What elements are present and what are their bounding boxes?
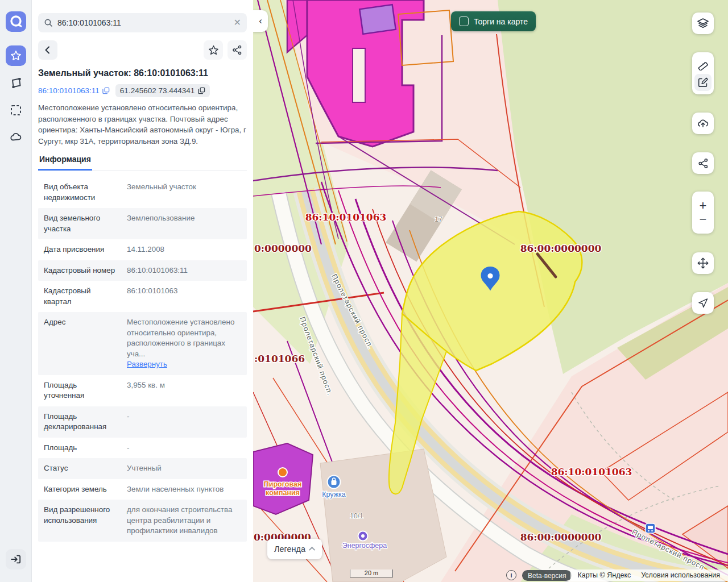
map-canvas[interactable]: 86:10:0101063 0:0000000 86:00:0000000 :0… xyxy=(253,0,728,582)
poi-kruzhka-label: Кружка xyxy=(322,490,346,498)
scale-bar: 20 m xyxy=(350,569,393,577)
ruler-icon xyxy=(697,58,709,70)
cadastral-label-zone-left: 0:0000000 xyxy=(254,243,312,254)
layers-button[interactable] xyxy=(692,13,714,34)
row-label: Вид разрешенного использования xyxy=(44,505,119,537)
table-row: Площадь уточненная 3,955 кв. м xyxy=(38,375,247,406)
info-button[interactable]: i xyxy=(506,570,516,580)
nspd-logo-icon xyxy=(6,12,26,31)
row-value: 3,955 кв. м xyxy=(127,380,241,401)
logout-button[interactable] xyxy=(6,549,26,569)
row-value-text: Местоположение установлено относительно … xyxy=(127,318,234,358)
cadastral-label-zone-bottom: 86:00:0000000 xyxy=(520,531,602,543)
cadastral-number-link[interactable]: 86:10:0101063:11 xyxy=(38,86,110,95)
share-button[interactable] xyxy=(228,40,247,60)
clear-search-icon[interactable]: ✕ xyxy=(234,18,241,27)
row-value: - xyxy=(127,411,241,433)
favorite-button[interactable] xyxy=(204,40,223,60)
row-value: Землепользование xyxy=(127,213,241,234)
share-icon xyxy=(231,44,243,56)
table-row: Адрес Местоположение установлено относит… xyxy=(38,312,247,375)
row-label: Статус xyxy=(44,463,119,474)
table-row: Вид разрешенного использования для оконч… xyxy=(38,500,247,542)
select-area-icon xyxy=(9,103,23,117)
cadastral-number-text: 86:10:0101063:11 xyxy=(38,86,100,95)
icon-rail xyxy=(0,0,32,582)
row-label: Площадь уточненная xyxy=(44,380,119,401)
edit-icon xyxy=(697,76,709,89)
beta-badge: Beta-версия xyxy=(522,570,572,581)
trades-checkbox[interactable] xyxy=(459,16,469,26)
ruler-button[interactable] xyxy=(694,56,712,73)
cadastral-label-zone-right: 86:00:0000000 xyxy=(520,243,602,254)
tab-bar: Информация xyxy=(38,154,247,171)
sidebar-item-polygon-tool[interactable] xyxy=(6,73,26,93)
row-value: Местоположение установлено относительно … xyxy=(127,317,241,370)
coordinates-chip: 61.245602 73.444341 xyxy=(115,84,210,97)
poi-pirogovaya-label-2: компания xyxy=(266,489,300,497)
zoom-in-button[interactable]: + xyxy=(694,199,712,212)
search-icon xyxy=(44,18,53,27)
back-chevron-icon xyxy=(43,45,52,55)
row-value: Земельный участок xyxy=(127,182,241,203)
row-value: 86:10:0101063:11 xyxy=(127,265,241,276)
polygon-icon xyxy=(9,76,23,90)
terms-link[interactable]: Условия использования xyxy=(641,571,720,579)
sidebar-item-favorites[interactable] xyxy=(6,45,26,66)
cadastral-label-quarter-left: :0101066 xyxy=(254,353,305,364)
zoom-control-group: + − xyxy=(692,192,714,234)
star-icon xyxy=(10,49,22,62)
copy-icon[interactable] xyxy=(102,87,110,94)
collapse-panel-button[interactable]: ‹ xyxy=(253,10,268,32)
expand-address-link[interactable]: Развернуть xyxy=(127,360,167,368)
share-icon xyxy=(697,157,709,169)
row-label: Адрес xyxy=(44,317,119,370)
table-row: Площадь декларированная - xyxy=(38,406,247,438)
back-button[interactable] xyxy=(38,40,57,60)
row-value: 86:10:0101063 xyxy=(127,286,241,307)
trades-label: Торги на карте xyxy=(474,17,528,26)
upload-button[interactable] xyxy=(692,113,714,134)
table-row: Вид земельного участка Землепользование xyxy=(38,208,247,239)
search-input[interactable] xyxy=(57,18,229,27)
zoom-out-button[interactable]: − xyxy=(694,213,712,226)
cadastral-label-quarter-top: 86:10:0101063 xyxy=(305,211,387,223)
tab-information[interactable]: Информация xyxy=(38,155,92,171)
cloud-upload-icon xyxy=(696,117,710,130)
row-label: Кадастровый номер xyxy=(44,265,119,276)
page-title: Земельный участок: 86:10:0101063:11 xyxy=(38,68,247,78)
sidebar-item-select-area[interactable] xyxy=(6,100,26,120)
measure-draw-group xyxy=(692,52,714,94)
draw-edit-button[interactable] xyxy=(694,74,712,91)
transit-stop-icon[interactable] xyxy=(646,523,655,533)
map-container: 86:10:0101063 0:0000000 86:00:0000000 :0… xyxy=(253,0,728,582)
row-label: Площадь xyxy=(44,443,119,454)
poi-pirogovaya-label-1: Пироговая xyxy=(264,480,301,488)
locate-me-button[interactable] xyxy=(692,292,714,314)
row-value: Учтенный xyxy=(127,463,241,474)
object-panel: ✕ xyxy=(32,0,253,582)
row-value: - xyxy=(127,443,241,454)
card-toolbar xyxy=(38,40,247,60)
row-value: Земли населенных пунктов xyxy=(127,484,241,495)
copy-icon[interactable] xyxy=(198,87,205,94)
pan-mode-button[interactable] xyxy=(692,252,714,274)
table-row: Статус Учтенный xyxy=(38,458,247,479)
cloud-icon xyxy=(9,130,23,145)
kruzhka-building xyxy=(320,449,446,582)
table-row: Площадь - xyxy=(38,438,247,459)
table-row: Категория земель Земли населенных пункто… xyxy=(38,479,247,500)
legend-button[interactable]: Легенда xyxy=(267,539,322,559)
locate-arrow-icon xyxy=(697,297,709,309)
trades-toggle[interactable]: Торги на карте xyxy=(451,11,536,31)
building-label-10-1: 10/1 xyxy=(350,512,363,520)
row-label: Площадь декларированная xyxy=(44,411,119,433)
table-row: Кадастровый квартал 86:10:0101063 xyxy=(38,281,247,312)
table-row: Вид объекта недвижимости Земельный участ… xyxy=(38,177,247,208)
row-label: Категория земель xyxy=(44,484,119,495)
sidebar-item-cloud[interactable] xyxy=(6,127,26,148)
nspd-logo[interactable] xyxy=(6,11,26,32)
row-value: для окончания строительства центра реаби… xyxy=(127,505,241,537)
map-share-button[interactable] xyxy=(692,152,714,174)
coordinates-text: 61.245602 73.444341 xyxy=(120,86,195,95)
